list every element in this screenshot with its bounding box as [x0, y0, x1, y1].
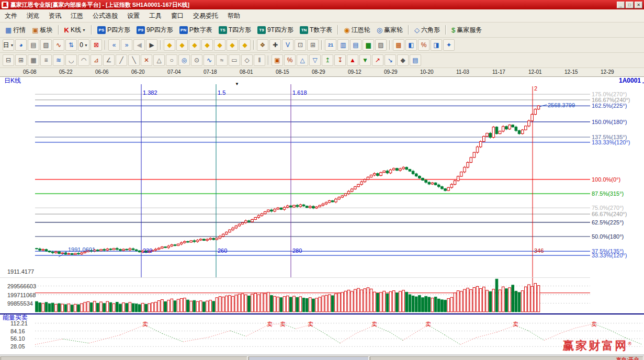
percent-line-icon[interactable]: %: [284, 54, 296, 66]
menu-settings[interactable]: 设置: [122, 10, 144, 22]
sell-mark-icon[interactable]: ▼: [359, 54, 371, 66]
last-page-button[interactable]: »: [121, 39, 132, 51]
split-window-icon[interactable]: ⊞: [307, 39, 319, 51]
trendline-up-icon[interactable]: ╱: [116, 54, 127, 66]
close-button[interactable]: ✕: [635, 2, 642, 8]
toolbar-p-square-button[interactable]: PSP四方形: [95, 24, 133, 36]
buy-mark-icon[interactable]: ▲: [347, 54, 358, 66]
angle-tool-icon[interactable]: ∠: [103, 54, 115, 66]
arc-tool-icon[interactable]: ◡: [65, 54, 77, 66]
toolbar-sectors-button[interactable]: ▣板块: [29, 24, 55, 36]
gann-diamond-6-icon[interactable]: ◆: [227, 39, 238, 51]
approx-tool-icon[interactable]: ≈: [216, 54, 228, 66]
toolbar-t-square-button[interactable]: TST四方形: [216, 24, 254, 36]
circle-tool-icon[interactable]: ○: [166, 54, 177, 66]
trendline-down-icon[interactable]: ╲: [128, 54, 140, 66]
toolbar-hexagon-button[interactable]: ◇六角形: [412, 24, 443, 36]
menu-help[interactable]: 帮助: [223, 10, 245, 22]
status-ad-text[interactable]: 言自:开户: [616, 356, 639, 360]
arrow-up-icon[interactable]: ↗: [372, 54, 383, 66]
menu-trading[interactable]: 交易委托: [188, 10, 223, 22]
maximize-button[interactable]: □: [626, 2, 634, 8]
first-page-button-icon: «: [112, 41, 116, 49]
gann-diamond-7-icon[interactable]: ◆: [239, 39, 251, 51]
wave-tool-icon[interactable]: ≋: [53, 54, 64, 66]
toolbar-winner-service-button[interactable]: $赢家服务: [449, 24, 484, 36]
zoom-out-icon[interactable]: ⊟: [3, 54, 14, 66]
arrow-down-icon[interactable]: ↘: [385, 54, 396, 66]
point-mark-icon[interactable]: ◆: [397, 54, 409, 66]
toolbar-gann-wheel-button[interactable]: ◉江恩轮: [341, 24, 372, 36]
gann-diamond-3-icon[interactable]: ◆: [189, 39, 200, 51]
period-day-button[interactable]: 日▼: [3, 39, 14, 51]
row-view-icon[interactable]: ▤: [350, 39, 361, 51]
date-label: 11-17: [492, 69, 505, 75]
minimize-button[interactable]: _: [617, 2, 625, 8]
erase-tool-icon[interactable]: ✕: [141, 54, 152, 66]
gann-diamond-2-icon[interactable]: ◆: [176, 39, 188, 51]
menu-gann[interactable]: 江恩: [66, 10, 88, 22]
crosshair-tool-icon[interactable]: ✚: [269, 39, 281, 51]
first-page-button[interactable]: «: [108, 39, 120, 51]
hline-tool-icon[interactable]: ≡: [40, 54, 52, 66]
arch-tool-icon[interactable]: ◠: [78, 54, 89, 66]
calendar-21-icon[interactable]: 21: [325, 39, 336, 51]
dot-box-icon[interactable]: ⊡: [295, 39, 306, 51]
curve-icon[interactable]: ∿: [53, 39, 64, 51]
toolbar-9t-square-button[interactable]: T99T四方形: [255, 24, 296, 36]
half-right-icon[interactable]: ◨: [431, 39, 442, 51]
percent-icon[interactable]: %: [418, 39, 430, 51]
chart-canvas[interactable]: [0, 77, 644, 356]
toolbar-quotes-button[interactable]: ▦行情: [3, 24, 28, 36]
panel-icon[interactable]: ▧: [40, 39, 52, 51]
diamond-tool-icon[interactable]: ◇: [241, 54, 253, 66]
notebook-icon[interactable]: ▆: [363, 39, 374, 51]
mosaic-icon[interactable]: ▩: [393, 39, 404, 51]
rect-tool-icon: ▭: [231, 57, 237, 64]
sine-tool-icon[interactable]: ∿: [204, 54, 215, 66]
prev-button[interactable]: ◀: [133, 39, 145, 51]
toolbar-winner-wheel-button[interactable]: ◎赢家轮: [374, 24, 405, 36]
column-view-icon[interactable]: ▥: [337, 39, 349, 51]
grid-tool-icon[interactable]: ▦: [28, 54, 39, 66]
stats-table-icon[interactable]: ▤: [410, 54, 421, 66]
gann-diamond-1-icon[interactable]: ◆: [164, 39, 175, 51]
half-left-icon[interactable]: ◧: [405, 39, 417, 51]
menu-window[interactable]: 窗口: [166, 10, 188, 22]
time-line-top-label: 1.5: [218, 89, 225, 96]
next-button[interactable]: ▶: [146, 39, 157, 51]
half-left-icon: ◧: [408, 41, 414, 49]
toolbar-kline-button[interactable]: KK线▼: [62, 24, 88, 36]
triangle-tool-icon[interactable]: △: [153, 54, 165, 66]
golden-box-icon[interactable]: ▣: [272, 54, 283, 66]
menu-file[interactable]: 文件: [0, 10, 22, 22]
cycle-tool-icon[interactable]: ◎: [178, 54, 190, 66]
v-shape-icon[interactable]: V: [282, 39, 293, 51]
gann-fan-icon[interactable]: ⊿: [91, 54, 102, 66]
zoom-in-icon[interactable]: ⊞: [15, 54, 27, 66]
sort-icon[interactable]: ⇅: [65, 39, 77, 51]
raise-line-icon[interactable]: ↥: [322, 54, 333, 66]
close-view-icon[interactable]: ⊠: [91, 39, 102, 51]
star-icon[interactable]: ✦: [443, 39, 455, 51]
menu-formula-stock-picking[interactable]: 公式选股: [88, 10, 122, 22]
menu-news[interactable]: 资讯: [44, 10, 66, 22]
toolbar-9p-square-button[interactable]: P99P四方形: [134, 24, 176, 36]
gann-diamond-5-icon[interactable]: ◆: [214, 39, 225, 51]
rect-tool-icon[interactable]: ▭: [229, 54, 240, 66]
menu-browse[interactable]: 浏览: [22, 10, 44, 22]
toolbar-t-number-button[interactable]: TNT数字表: [297, 24, 335, 36]
menu-tools[interactable]: 工具: [144, 10, 166, 22]
hatch-view-icon[interactable]: ▨: [375, 39, 387, 51]
globe-icon[interactable]: ◕: [15, 39, 27, 51]
drop-line-icon[interactable]: ↧: [334, 54, 346, 66]
down-fib-icon[interactable]: ▽: [309, 54, 321, 66]
up-fib-icon[interactable]: △: [297, 54, 308, 66]
toolbar-p-number-button[interactable]: PNP数字表: [177, 24, 215, 36]
parallel-tool-icon[interactable]: ‖: [254, 54, 265, 66]
gann-diamond-4-icon[interactable]: ◆: [201, 39, 213, 51]
hand-tool-icon[interactable]: ❖: [257, 39, 268, 51]
report-icon[interactable]: ▤: [28, 39, 39, 51]
zero-period-button[interactable]: 0▼: [78, 39, 89, 51]
center-circle-icon[interactable]: ⊙: [191, 54, 202, 66]
